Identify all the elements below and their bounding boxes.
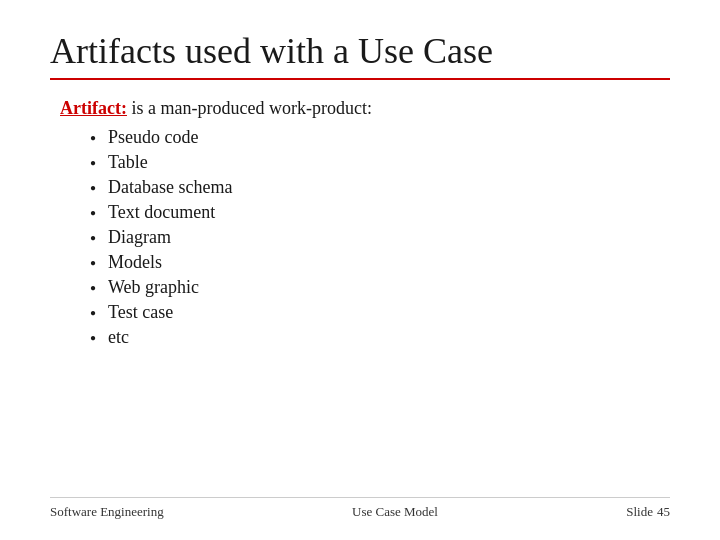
title-underline <box>50 78 670 80</box>
list-item-text: Test case <box>108 302 173 323</box>
list-item: ●Models <box>90 252 670 273</box>
bullet-icon: ● <box>90 283 96 293</box>
bullet-icon: ● <box>90 183 96 193</box>
bullet-icon: ● <box>90 133 96 143</box>
artifact-intro: Artifact: is a man-produced work-product… <box>60 98 670 119</box>
list-item: ●Web graphic <box>90 277 670 298</box>
list-item-text: Table <box>108 152 148 173</box>
slide: Artifacts used with a Use Case Artifact:… <box>0 0 720 540</box>
bullet-icon: ● <box>90 308 96 318</box>
list-item: ●Text document <box>90 202 670 223</box>
list-item: ●Database schema <box>90 177 670 198</box>
bullet-icon: ● <box>90 158 96 168</box>
list-item-text: Web graphic <box>108 277 199 298</box>
bullet-icon: ● <box>90 233 96 243</box>
list-item-text: etc <box>108 327 129 348</box>
slide-title: Artifacts used with a Use Case <box>50 30 670 72</box>
list-item-text: Diagram <box>108 227 171 248</box>
footer-left: Software Engineering <box>50 504 164 520</box>
slide-content: Artifact: is a man-produced work-product… <box>50 98 670 487</box>
bullet-list: ●Pseudo code●Table●Database schema●Text … <box>60 127 670 348</box>
list-item: ●etc <box>90 327 670 348</box>
list-item-text: Database schema <box>108 177 232 198</box>
list-item-text: Models <box>108 252 162 273</box>
footer-slide-label: Slide <box>626 504 653 520</box>
list-item-text: Text document <box>108 202 215 223</box>
bullet-icon: ● <box>90 208 96 218</box>
bullet-icon: ● <box>90 333 96 343</box>
list-item: ●Diagram <box>90 227 670 248</box>
list-item: ●Table <box>90 152 670 173</box>
footer-center: Use Case Model <box>352 504 438 520</box>
footer-right: Slide 45 <box>626 504 670 520</box>
footer: Software Engineering Use Case Model Slid… <box>50 497 670 520</box>
list-item-text: Pseudo code <box>108 127 198 148</box>
artifact-intro-text: is a man-produced work-product: <box>127 98 372 118</box>
footer-slide-number: 45 <box>657 504 670 520</box>
artifact-label: Artifact: <box>60 98 127 118</box>
bullet-icon: ● <box>90 258 96 268</box>
list-item: ●Pseudo code <box>90 127 670 148</box>
list-item: ●Test case <box>90 302 670 323</box>
